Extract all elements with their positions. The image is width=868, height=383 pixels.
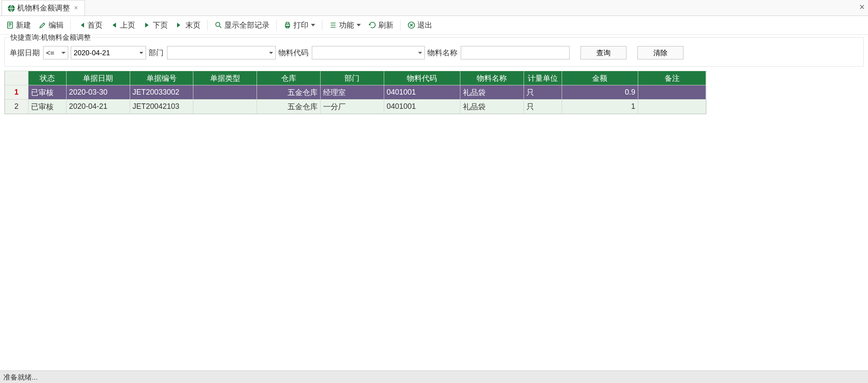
cell-date[interactable]: 2020-04-21 bbox=[66, 100, 130, 114]
edit-icon bbox=[39, 21, 47, 29]
cell-dept[interactable]: 一分厂 bbox=[320, 100, 384, 114]
tab-material-amount-adjust[interactable]: 机物料金额调整 × bbox=[2, 0, 85, 15]
material-code-select[interactable] bbox=[312, 46, 425, 59]
quick-search-panel: 快捷查询:机物料金额调整 单据日期 <= 2020-04-21 部门 物料代码 … bbox=[4, 37, 864, 67]
next-label: 下页 bbox=[153, 20, 168, 30]
cell-remark[interactable] bbox=[638, 100, 706, 114]
search-button[interactable]: 查询 bbox=[580, 46, 627, 59]
toolbar: 新建 编辑 首页 上页 下页 末页 显示全部记录 bbox=[0, 16, 868, 35]
status-bar: 准备就绪... bbox=[0, 370, 868, 383]
next-page-button[interactable]: 下页 bbox=[139, 18, 171, 32]
cell-doctype[interactable] bbox=[193, 85, 257, 100]
first-icon bbox=[77, 21, 86, 29]
refresh-label: 刷新 bbox=[378, 20, 393, 30]
th-uom[interactable]: 计量单位 bbox=[524, 71, 562, 85]
tab-title: 机物料金额调整 bbox=[17, 3, 70, 13]
cell-amount[interactable]: 1 bbox=[562, 100, 638, 114]
show-all-label: 显示全部记录 bbox=[224, 20, 270, 30]
refresh-button[interactable]: 刷新 bbox=[365, 18, 397, 32]
dept-select[interactable] bbox=[167, 46, 276, 59]
prev-page-button[interactable]: 上页 bbox=[107, 18, 139, 32]
data-grid: 状态 单据日期 单据编号 单据类型 仓库 部门 物料代码 物料名称 计量单位 金… bbox=[4, 71, 706, 114]
th-mname[interactable]: 物料名称 bbox=[460, 71, 524, 85]
toolbar-separator bbox=[276, 20, 277, 31]
material-name-input[interactable] bbox=[461, 46, 570, 59]
date-label: 单据日期 bbox=[10, 48, 40, 58]
function-button[interactable]: 功能 bbox=[326, 18, 364, 32]
exit-icon bbox=[407, 21, 416, 29]
svg-point-2 bbox=[216, 22, 220, 26]
th-status[interactable]: 状态 bbox=[28, 71, 66, 85]
print-label: 打印 bbox=[293, 20, 308, 30]
prev-label: 上页 bbox=[120, 20, 135, 30]
cell-amount[interactable]: 0.9 bbox=[562, 85, 638, 100]
cell-dept[interactable]: 经理室 bbox=[320, 85, 384, 100]
status-text: 准备就绪... bbox=[3, 373, 38, 381]
cell-mname[interactable]: 礼品袋 bbox=[460, 100, 524, 114]
th-rownum[interactable] bbox=[5, 71, 28, 85]
close-icon[interactable]: × bbox=[72, 4, 80, 12]
cell-status[interactable]: 已审核 bbox=[28, 100, 66, 114]
th-dept[interactable]: 部门 bbox=[320, 71, 384, 85]
new-label: 新建 bbox=[16, 20, 31, 30]
print-button[interactable]: 打印 bbox=[280, 18, 318, 32]
cell-docno[interactable]: JET20033002 bbox=[130, 85, 193, 100]
toolbar-separator bbox=[400, 20, 401, 31]
cell-rownum[interactable]: 2 bbox=[5, 100, 28, 114]
th-warehouse[interactable]: 仓库 bbox=[257, 71, 321, 85]
last-icon bbox=[175, 21, 184, 29]
mcode-label: 物料代码 bbox=[278, 48, 308, 58]
cell-warehouse[interactable]: 五金仓库 bbox=[257, 85, 321, 100]
cell-date[interactable]: 2020-03-30 bbox=[66, 85, 130, 100]
print-icon bbox=[283, 21, 292, 29]
table-row[interactable]: 2已审核2020-04-21JET20042103五金仓库一分厂0401001礼… bbox=[5, 100, 706, 114]
th-docno[interactable]: 单据编号 bbox=[130, 71, 193, 85]
show-all-button[interactable]: 显示全部记录 bbox=[211, 18, 273, 32]
th-remark[interactable]: 备注 bbox=[638, 71, 706, 85]
cell-doctype[interactable] bbox=[193, 100, 257, 114]
tab-bar: 机物料金额调整 × × bbox=[0, 0, 868, 16]
cell-mcode[interactable]: 0401001 bbox=[384, 85, 460, 100]
exit-label: 退出 bbox=[417, 20, 432, 30]
svg-rect-4 bbox=[286, 22, 289, 24]
cell-remark[interactable] bbox=[638, 85, 706, 100]
last-page-button[interactable]: 末页 bbox=[172, 18, 204, 32]
window-close-icon[interactable]: × bbox=[859, 2, 865, 13]
date-value-select[interactable]: 2020-04-21 bbox=[71, 46, 146, 59]
th-mcode[interactable]: 物料代码 bbox=[384, 71, 460, 85]
cell-warehouse[interactable]: 五金仓库 bbox=[257, 100, 321, 114]
exit-button[interactable]: 退出 bbox=[404, 18, 436, 32]
table-row[interactable]: 1已审核2020-03-30JET20033002五金仓库经理室0401001礼… bbox=[5, 85, 706, 100]
first-page-button[interactable]: 首页 bbox=[74, 18, 106, 32]
quick-search-legend: 快捷查询:机物料金额调整 bbox=[9, 33, 92, 42]
next-icon bbox=[143, 21, 151, 29]
globe-icon bbox=[7, 4, 15, 12]
edit-button[interactable]: 编辑 bbox=[35, 18, 67, 32]
date-operator-select[interactable]: <= bbox=[43, 46, 68, 59]
edit-label: 编辑 bbox=[49, 20, 64, 30]
cell-mname[interactable]: 礼品袋 bbox=[460, 85, 524, 100]
last-label: 末页 bbox=[185, 20, 200, 30]
cell-uom[interactable]: 只 bbox=[524, 85, 562, 100]
table-header-row: 状态 单据日期 单据编号 单据类型 仓库 部门 物料代码 物料名称 计量单位 金… bbox=[5, 71, 706, 85]
th-amount[interactable]: 金额 bbox=[562, 71, 638, 85]
new-button[interactable]: 新建 bbox=[3, 18, 34, 32]
prev-icon bbox=[110, 21, 118, 29]
refresh-icon bbox=[368, 21, 377, 29]
mname-label: 物料名称 bbox=[427, 48, 457, 58]
chevron-down-icon bbox=[357, 24, 361, 26]
list-icon bbox=[329, 21, 337, 29]
first-label: 首页 bbox=[87, 20, 103, 30]
cell-uom[interactable]: 只 bbox=[524, 100, 562, 114]
clear-button[interactable]: 清除 bbox=[637, 46, 683, 59]
toolbar-separator bbox=[322, 20, 322, 31]
cell-status[interactable]: 已审核 bbox=[28, 85, 66, 100]
toolbar-separator bbox=[207, 20, 208, 31]
function-label: 功能 bbox=[339, 20, 354, 30]
cell-rownum[interactable]: 1 bbox=[5, 85, 28, 100]
cell-mcode[interactable]: 0401001 bbox=[384, 100, 460, 114]
th-date[interactable]: 单据日期 bbox=[66, 71, 130, 85]
chevron-down-icon bbox=[311, 24, 315, 26]
th-doctype[interactable]: 单据类型 bbox=[193, 71, 257, 85]
cell-docno[interactable]: JET20042103 bbox=[130, 100, 193, 114]
